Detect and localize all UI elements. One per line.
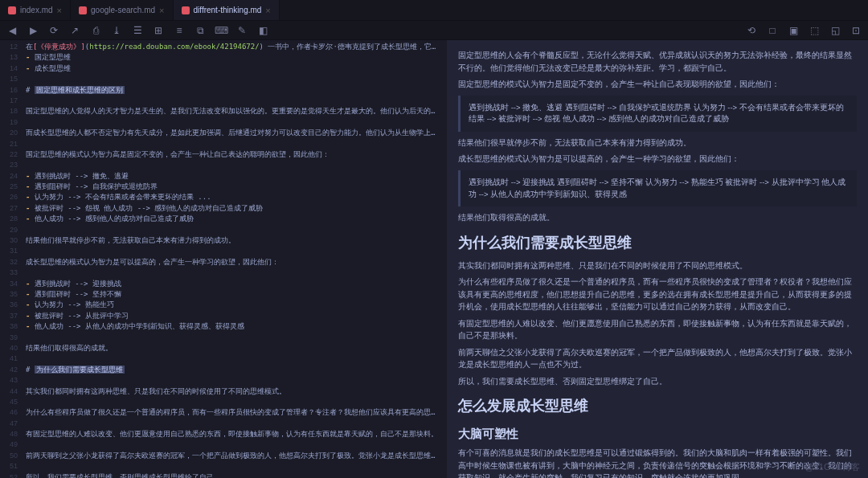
tab-google[interactable]: google-search.md × bbox=[71, 0, 173, 20]
close-icon[interactable]: × bbox=[159, 6, 164, 15]
preview-text: 成长型思维的模式认为智力是可以提高的，会产生一种学习的欲望，因此他们： bbox=[458, 153, 857, 165]
nav-back-icon[interactable]: ◀ bbox=[5, 23, 19, 38]
markdown-icon bbox=[79, 6, 87, 14]
preview-text: 为什么有些程序员做了很久还是一个普通的程序员，而有一些程序员很快的变成了管理者？… bbox=[458, 276, 857, 313]
tab-label: google-search.md bbox=[91, 6, 155, 14]
preview-text: 结果他们很早就停步不前，无法获取自己本来有潜力得到的成功。 bbox=[458, 137, 857, 149]
copy-icon[interactable]: ⧉ bbox=[193, 23, 207, 38]
preview-quote: 遇到挑战时 --> 撤免、逃避 遇到阻碍时 --> 自我保护或退统防界 认为努力… bbox=[458, 96, 857, 132]
preview-quote: 遇到挑战时 --> 迎接挑战 遇到阻碍时 --> 坚持不懈 认为努力 --> 熟… bbox=[458, 170, 857, 206]
close-icon[interactable]: × bbox=[57, 6, 62, 15]
keyboard-icon[interactable]: ⌨ bbox=[214, 23, 228, 38]
close-icon[interactable]: × bbox=[265, 6, 270, 15]
preview-h3-brain: 大脑可塑性 bbox=[458, 424, 857, 443]
main-area: 1213141516171819202122232425262728293031… bbox=[0, 40, 868, 478]
markdown-icon bbox=[8, 6, 16, 14]
download-icon[interactable]: ⤓ bbox=[109, 23, 124, 38]
tab-bar: index.md × google-search.md × diffrent-t… bbox=[0, 0, 868, 21]
tab-label: index.md bbox=[20, 6, 53, 14]
tab-label: diffrent-thinking.md bbox=[194, 6, 262, 14]
preview-text: 前两天聊信之父张小龙获得了高尔夫欧巡赛的冠军，一个把产品做到极致的人，他想高尔夫… bbox=[458, 346, 857, 371]
view-pane-icon[interactable]: ◱ bbox=[828, 23, 842, 38]
view-split-icon[interactable]: ▣ bbox=[786, 23, 800, 38]
nav-forward-icon[interactable]: ▶ bbox=[26, 23, 40, 38]
list-icon[interactable]: ≡ bbox=[172, 23, 186, 38]
markdown-preview[interactable]: 固定型思维的人会有个脊髓反应型，无论什么觉得天赋、优异成就认识天的努力无法弥补经… bbox=[447, 40, 868, 478]
preview-text: 其实我们都同时拥有这两种思维、只是我们在不同的时候使用了不同的思维模式。 bbox=[458, 259, 857, 272]
preview-text: 所以，我们需要成长型思维、否则固定型思维绑定了自己。 bbox=[458, 375, 857, 388]
print-icon[interactable]: ⎙ bbox=[88, 23, 103, 38]
preview-text: 有个可喜的消息就是我们的成长型思维是可以通过锻炼得到的。我们的大脑和肌肉一样有着… bbox=[458, 447, 857, 478]
markdown-icon bbox=[182, 6, 190, 14]
refresh-icon[interactable]: ⟳ bbox=[47, 23, 61, 38]
toolbar: ◀ ▶ ⟳ ↗ ⎙ ⤓ ☰ ⊞ ≡ ⧉ ⌨ ✎ ◧ ⟲ □ ▣ ⬚ ◱ ⊡ bbox=[0, 21, 868, 40]
outline-icon[interactable]: ☰ bbox=[130, 23, 145, 38]
preview-h2-why: 为什么我们需要成长型思维 bbox=[458, 232, 857, 255]
preview-text: 结果他们取得很高的成就。 bbox=[458, 211, 857, 224]
view-preview-icon[interactable]: ⬚ bbox=[807, 23, 821, 38]
grid-icon[interactable]: ⊞ bbox=[151, 23, 166, 38]
split-icon[interactable]: ◧ bbox=[256, 23, 270, 38]
preview-h2-how: 怎么发展成长型思维 bbox=[458, 395, 857, 418]
watermark: @51CTO博客 bbox=[805, 461, 860, 473]
markdown-source-editor[interactable]: 在[《停意成功》](https://read.douban.com/ebook/… bbox=[21, 40, 447, 478]
line-gutter: 1213141516171819202122232425262728293031… bbox=[0, 40, 21, 478]
preview-text: 固定型思维的人会有个脊髓反应型，无论什么觉得天赋、优异成就认识天的努力无法弥补经… bbox=[458, 49, 857, 74]
tab-index[interactable]: index.md × bbox=[0, 0, 71, 20]
edit-icon[interactable]: ✎ bbox=[235, 23, 249, 38]
preview-text: 固定型思维的模式认为智力是固定不变的，会产生一种让自己表现聪明的欲望，因此他们： bbox=[458, 78, 857, 91]
tab-thinking[interactable]: diffrent-thinking.md × bbox=[174, 0, 280, 20]
more-icon[interactable]: ⊡ bbox=[849, 23, 863, 38]
preview-text: 有固定型思维的人难以改变、他们更愿意使用自己熟悉的东西，即使接触新事物，认为有任… bbox=[458, 317, 857, 342]
sync-icon[interactable]: ⟲ bbox=[744, 23, 759, 38]
view-source-icon[interactable]: □ bbox=[765, 23, 780, 38]
open-external-icon[interactable]: ↗ bbox=[68, 23, 82, 38]
